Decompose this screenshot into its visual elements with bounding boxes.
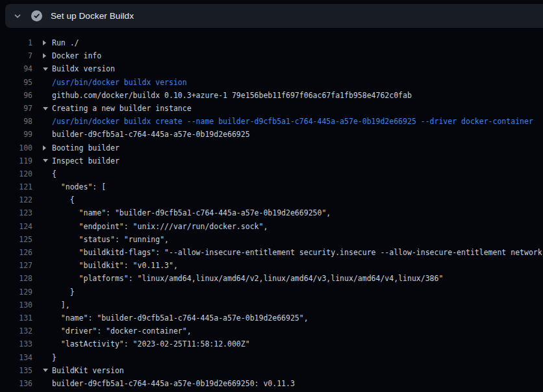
log-group-row[interactable]: 135BuildKit version xyxy=(0,364,543,377)
group-title: Creating a new builder instance xyxy=(52,102,192,115)
log-line: 124 "endpoint": "unix:///var/run/docker.… xyxy=(0,220,543,233)
output-text: "lastActivity": "2023-02-25T11:58:12.000… xyxy=(52,337,250,350)
command-text: /usr/bin/docker buildx create --name bui… xyxy=(52,115,533,128)
line-number[interactable]: 130 xyxy=(0,299,32,312)
output-text: builder-d9cfb5a1-c764-445a-a57e-0b19d2e6… xyxy=(52,377,295,390)
log-group-row[interactable]: 119Inspect builder xyxy=(0,154,543,167)
indent-spacer xyxy=(43,128,52,141)
log-group-row[interactable]: 94Buildx version xyxy=(0,62,543,75)
line-number[interactable]: 124 xyxy=(0,220,32,233)
output-text: ], xyxy=(52,299,70,312)
log-group-row[interactable]: 7Docker info xyxy=(0,49,543,62)
line-number[interactable]: 127 xyxy=(0,259,32,272)
output-text: github.com/docker/buildx 0.10.3+azure-1 … xyxy=(52,89,412,102)
line-number[interactable]: 95 xyxy=(0,76,32,89)
indent-spacer xyxy=(43,233,52,246)
log-line: 127 "buildkit": "v0.11.3", xyxy=(0,259,543,272)
output-text: "nodes": [ xyxy=(52,180,106,193)
log-line: 133 "lastActivity": "2023-02-25T11:58:12… xyxy=(0,337,543,350)
indent-spacer xyxy=(43,246,52,259)
line-number[interactable]: 134 xyxy=(0,351,32,364)
line-number[interactable]: 126 xyxy=(0,246,32,259)
line-number[interactable]: 96 xyxy=(0,89,32,102)
output-text: builder-d9cfb5a1-c764-445a-a57e-0b19d2e6… xyxy=(52,128,250,141)
output-text: "buildkitd-flags": "--allow-insecure-ent… xyxy=(52,246,543,259)
log-line: 130 ], xyxy=(0,299,543,312)
log-line: 121 "nodes": [ xyxy=(0,180,543,193)
log-line: 125 "status": "running", xyxy=(0,233,543,246)
indent-spacer xyxy=(43,351,52,364)
indent-spacer xyxy=(43,272,52,285)
chevron-down-icon[interactable] xyxy=(43,154,52,167)
indent-spacer xyxy=(43,312,52,325)
output-text: "name": "builder-d9cfb5a1-c764-445a-a57e… xyxy=(52,312,309,325)
line-number[interactable]: 98 xyxy=(0,115,32,128)
output-text: "platforms": "linux/amd64,linux/amd64/v2… xyxy=(52,272,443,285)
chevron-right-icon[interactable] xyxy=(43,36,52,49)
chevron-down-icon[interactable] xyxy=(43,364,52,377)
line-number[interactable]: 99 xyxy=(0,128,32,141)
output-text: } xyxy=(52,351,57,364)
log-group-row[interactable]: 97Creating a new builder instance xyxy=(0,102,543,115)
output-text: { xyxy=(52,167,57,180)
log-line: 131 "name": "builder-d9cfb5a1-c764-445a-… xyxy=(0,312,543,325)
group-title: BuildKit version xyxy=(52,364,124,377)
line-number[interactable]: 128 xyxy=(0,272,32,285)
line-number[interactable]: 125 xyxy=(0,233,32,246)
chevron-down-icon[interactable] xyxy=(43,62,52,75)
indent-spacer xyxy=(43,220,52,233)
output-text: } xyxy=(52,286,75,299)
log-line: 99builder-d9cfb5a1-c764-445a-a57e-0b19d2… xyxy=(0,128,543,141)
indent-spacer xyxy=(43,286,52,299)
group-title: Booting builder xyxy=(52,141,120,154)
log-line: 96github.com/docker/buildx 0.10.3+azure-… xyxy=(0,89,543,102)
indent-spacer xyxy=(43,206,52,219)
indent-spacer xyxy=(43,115,52,128)
step-header[interactable]: Set up Docker Buildx xyxy=(5,4,543,28)
line-number[interactable]: 121 xyxy=(0,180,32,193)
line-number[interactable]: 1 xyxy=(0,36,32,49)
group-title: Run ./ xyxy=(52,36,79,49)
line-number[interactable]: 100 xyxy=(0,141,32,154)
line-number[interactable]: 136 xyxy=(0,377,32,390)
log-line: 98/usr/bin/docker buildx create --name b… xyxy=(0,115,543,128)
line-number[interactable]: 122 xyxy=(0,193,32,206)
line-number[interactable]: 120 xyxy=(0,167,32,180)
indent-spacer xyxy=(43,325,52,337)
indent-spacer xyxy=(43,337,52,350)
chevron-right-icon[interactable] xyxy=(43,49,52,62)
log-line: 126 "buildkitd-flags": "--allow-insecure… xyxy=(0,246,543,259)
line-number[interactable]: 135 xyxy=(0,364,32,377)
log-group-row[interactable]: 100Booting builder xyxy=(0,141,543,154)
line-number[interactable]: 123 xyxy=(0,206,32,219)
line-number[interactable]: 129 xyxy=(0,286,32,299)
line-number[interactable]: 7 xyxy=(0,49,32,62)
log-line: 128 "platforms": "linux/amd64,linux/amd6… xyxy=(0,272,543,285)
indent-spacer xyxy=(43,167,52,180)
indent-spacer xyxy=(43,180,52,193)
output-text: "driver": "docker-container", xyxy=(52,325,192,337)
indent-spacer xyxy=(43,259,52,272)
output-text: "endpoint": "unix:///var/run/docker.sock… xyxy=(52,220,268,233)
output-text: "buildkit": "v0.11.3", xyxy=(52,259,178,272)
indent-spacer xyxy=(43,299,52,312)
log-line: 136builder-d9cfb5a1-c764-445a-a57e-0b19d… xyxy=(0,377,543,390)
line-number[interactable]: 132 xyxy=(0,325,32,337)
output-text: { xyxy=(52,193,75,206)
chevron-right-icon[interactable] xyxy=(43,141,52,154)
line-number[interactable]: 133 xyxy=(0,337,32,350)
output-text: "status": "running", xyxy=(52,233,169,246)
log-line: 120{ xyxy=(0,167,543,180)
log-group-row[interactable]: 1Run ./ xyxy=(0,36,543,49)
chevron-down-icon[interactable] xyxy=(43,102,52,115)
log-line: 95/usr/bin/docker buildx version xyxy=(0,76,543,89)
log-line: 123 "name": "builder-d9cfb5a1-c764-445a-… xyxy=(0,206,543,219)
line-number[interactable]: 94 xyxy=(0,62,32,75)
line-number[interactable]: 131 xyxy=(0,312,32,325)
line-number[interactable]: 97 xyxy=(0,102,32,115)
log-line: 129 } xyxy=(0,286,543,299)
command-text: /usr/bin/docker buildx version xyxy=(52,76,187,89)
line-number[interactable]: 119 xyxy=(0,154,32,167)
chevron-down-icon[interactable] xyxy=(12,11,23,21)
log-line: 132 "driver": "docker-container", xyxy=(0,325,543,337)
